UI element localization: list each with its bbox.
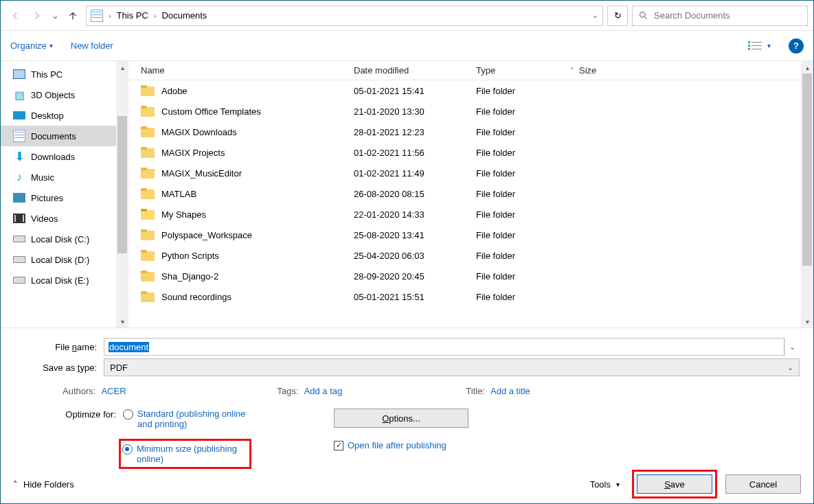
options-button[interactable]: Options... — [334, 409, 468, 428]
sidebar-item-pictures[interactable]: Pictures — [1, 187, 116, 208]
recent-locations-button[interactable]: ⌄ — [50, 7, 60, 25]
sidebar-item-label: Desktop — [31, 111, 64, 121]
sidebar-item-label: Downloads — [31, 152, 75, 162]
folder-icon — [141, 168, 155, 179]
title-value[interactable]: Add a title — [490, 386, 530, 396]
sidebar-item-label: Pictures — [31, 193, 63, 203]
savetype-label: Save as type: — [28, 363, 104, 373]
svg-rect-4 — [751, 42, 762, 43]
file-row[interactable]: Polyspace_Workspace25-08-2020 13:41File … — [128, 225, 801, 245]
sidebar-item-desktop[interactable]: Desktop — [1, 105, 116, 126]
search-input[interactable]: Search Documents — [632, 5, 808, 26]
cancel-button[interactable]: Cancel — [725, 474, 801, 494]
address-dropdown[interactable]: ⌄ — [592, 11, 598, 20]
file-row[interactable]: MATLAB26-08-2020 08:15File folder — [128, 183, 801, 204]
filelist-scrollbar[interactable]: ▴▾ — [801, 61, 813, 328]
file-row[interactable]: My Shapes22-01-2020 14:33File folder — [128, 204, 801, 225]
sidebar-item-label: Local Disk (E:) — [31, 275, 89, 286]
file-date: 28-09-2020 20:45 — [354, 271, 476, 282]
tags-value[interactable]: Add a tag — [304, 386, 343, 396]
sidebar-item-label: Music — [31, 172, 54, 183]
sidebar-item-music[interactable]: ♪Music — [1, 167, 116, 187]
file-row[interactable]: Adobe05-01-2021 15:41File folder — [128, 80, 801, 101]
sidebar-item-local-disk-c-[interactable]: Local Disk (C:) — [1, 229, 116, 249]
folder-icon — [141, 85, 155, 96]
svg-rect-5 — [751, 45, 762, 46]
file-type: File folder — [476, 127, 579, 137]
file-row[interactable]: MAGIX_MusicEditor01-02-2021 11:49File fo… — [128, 163, 801, 183]
sidebar-item-label: Local Disk (D:) — [31, 255, 89, 265]
sidebar-item-label: Videos — [31, 214, 58, 224]
music-icon: ♪ — [13, 171, 25, 183]
column-header-type[interactable]: Type˄ — [476, 65, 579, 76]
sidebar-item-downloads[interactable]: ⬇Downloads — [1, 146, 116, 167]
file-date: 22-01-2020 14:33 — [354, 209, 476, 220]
svg-rect-3 — [748, 48, 750, 50]
sidebar-item-this-pc[interactable]: This PC — [1, 64, 116, 84]
sidebar-item-local-disk-e-[interactable]: Local Disk (E:) — [1, 270, 116, 290]
file-row[interactable]: Custom Office Templates21-01-2020 13:30F… — [128, 101, 801, 122]
hide-folders-button[interactable]: ˄ Hide Folders — [13, 479, 74, 490]
drive-icon — [13, 274, 25, 286]
file-date: 05-01-2021 15:41 — [354, 86, 476, 96]
folder-icon — [141, 271, 155, 282]
new-folder-button[interactable]: New folder — [71, 41, 113, 51]
radio-minimum[interactable]: Minimum size (publishing online) — [122, 444, 247, 464]
file-name: My Shapes — [161, 209, 206, 220]
search-icon — [638, 10, 648, 21]
organize-menu[interactable]: Organize ▾ — [10, 41, 53, 51]
filename-history-dropdown[interactable]: ⌄ — [784, 338, 800, 356]
sidebar-scrollbar[interactable]: ▴▾ — [116, 61, 128, 328]
view-mode-picker[interactable]: ▾ — [748, 41, 771, 51]
file-row[interactable]: Python Scripts25-04-2020 06:03File folde… — [128, 245, 801, 266]
sidebar-item-label: Local Disk (C:) — [31, 234, 89, 244]
filename-label: File name: — [28, 342, 104, 352]
file-row[interactable]: MAGIX Projects01-02-2021 11:56File folde… — [128, 142, 801, 163]
breadcrumb-folder[interactable]: Documents — [162, 10, 207, 21]
sidebar-item-label: 3D Objects — [31, 90, 75, 100]
filename-input[interactable]: document — [104, 338, 784, 356]
nav-up-button[interactable] — [64, 7, 82, 25]
folder-icon — [141, 188, 155, 199]
sidebar-item-videos[interactable]: Videos — [1, 208, 116, 229]
folder-icon — [141, 250, 155, 261]
checkbox-icon: ✓ — [334, 441, 343, 450]
authors-label: Authors: — [63, 386, 95, 396]
search-placeholder: Search Documents — [654, 10, 730, 21]
sidebar-item-documents[interactable]: Documents — [1, 126, 116, 146]
documents-icon — [91, 10, 103, 22]
breadcrumb-root[interactable]: This PC — [117, 10, 148, 21]
radio-standard[interactable]: Standard (publishing online and printing… — [123, 409, 251, 429]
savetype-combo[interactable]: PDF⌄ — [104, 358, 800, 376]
save-button[interactable]: Save — [637, 474, 712, 494]
column-header-size[interactable]: Size — [579, 65, 801, 76]
chevron-up-icon: ˄ — [13, 479, 18, 490]
file-name: MATLAB — [161, 189, 196, 199]
file-date: 01-02-2021 11:56 — [354, 148, 476, 158]
column-header-name[interactable]: Name — [128, 65, 354, 76]
authors-value[interactable]: ACER — [101, 386, 126, 396]
title-label: Title: — [466, 386, 485, 396]
nav-forward-button[interactable] — [28, 7, 46, 25]
tools-menu[interactable]: Tools▾ — [590, 479, 620, 490]
doc-icon — [13, 130, 25, 142]
file-date: 25-08-2020 13:41 — [354, 230, 476, 240]
sidebar-item-local-disk-d-[interactable]: Local Disk (D:) — [1, 249, 116, 270]
open-after-publish-checkbox[interactable]: ✓ Open file after publishing — [334, 440, 468, 450]
sidebar-item-3d-objects[interactable]: ▧3D Objects — [1, 84, 116, 105]
file-row[interactable]: MAGIX Downloads28-01-2021 12:23File fold… — [128, 122, 801, 142]
file-row[interactable]: Sound recordings05-01-2021 15:51File fol… — [128, 286, 801, 307]
file-date: 01-02-2021 11:49 — [354, 168, 476, 179]
refresh-button[interactable]: ↻ — [607, 5, 628, 26]
nav-back-button[interactable] — [6, 7, 24, 25]
svg-rect-2 — [748, 45, 750, 47]
folder-icon — [141, 147, 155, 158]
file-date: 21-01-2020 13:30 — [354, 106, 476, 117]
sidebar-item-label: This PC — [31, 69, 63, 80]
address-bar[interactable]: › This PC › Documents ⌄ — [86, 5, 603, 26]
file-row[interactable]: Sha_Django-228-09-2020 20:45File folder — [128, 266, 801, 286]
column-header-date[interactable]: Date modified — [354, 65, 476, 76]
folder-icon — [141, 229, 155, 240]
help-button[interactable]: ? — [789, 38, 804, 54]
svg-point-0 — [640, 12, 646, 18]
